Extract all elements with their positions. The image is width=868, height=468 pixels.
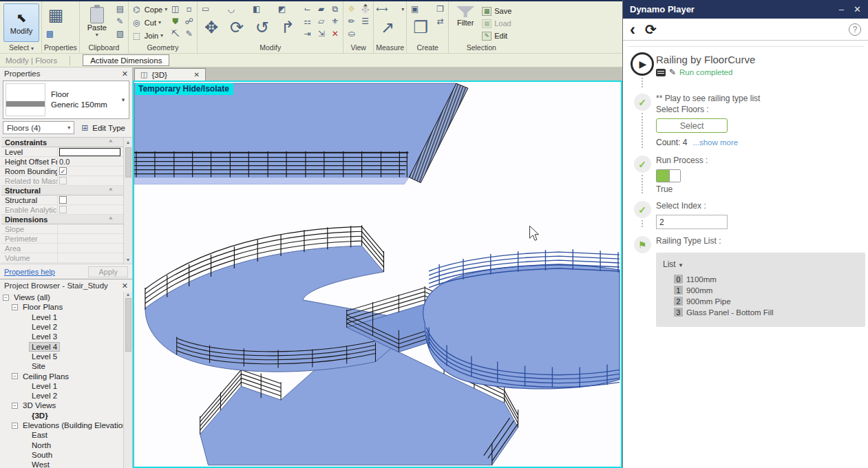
select-index-input[interactable]: 2 bbox=[656, 215, 728, 229]
link-icon[interactable]: ☍ bbox=[183, 16, 195, 27]
select-floors-button[interactable]: Select bbox=[656, 118, 728, 133]
select-dropdown[interactable]: Select ▾ bbox=[3, 43, 39, 53]
selection-load-button[interactable]: ▦Load bbox=[482, 18, 511, 29]
drawing-area[interactable]: Temporary Hide/Isolate bbox=[133, 81, 622, 468]
paste-button[interactable]: Paste ▾ bbox=[82, 3, 112, 41]
tree-expander[interactable] bbox=[21, 383, 27, 389]
scale-icon[interactable]: ⇲ bbox=[315, 28, 327, 39]
rotate-icon[interactable]: ↺ bbox=[251, 16, 274, 39]
close-icon[interactable]: ✕ bbox=[194, 71, 200, 78]
pin-icon[interactable]: ▰ bbox=[315, 3, 327, 14]
mirror-icon[interactable]: ◧ bbox=[251, 3, 262, 14]
play-button[interactable]: ▶ bbox=[631, 52, 654, 76]
profile-icon[interactable]: ✎ bbox=[183, 28, 195, 39]
property-value[interactable] bbox=[58, 177, 123, 184]
close-icon[interactable]: ✕ bbox=[122, 281, 128, 290]
browser-scrollbar[interactable]: ▲ bbox=[123, 292, 132, 468]
selection-edit-button[interactable]: ✎Edit bbox=[482, 30, 511, 41]
tree-expander[interactable] bbox=[21, 412, 27, 418]
property-row[interactable]: Elevation at Top bbox=[1, 263, 123, 264]
wall-icon[interactable]: ⛊ bbox=[169, 16, 181, 27]
properties-palette-icon[interactable]: ▩ bbox=[44, 28, 56, 39]
property-row[interactable]: Enable Analytic... bbox=[1, 205, 123, 215]
tree-item[interactable]: South bbox=[0, 450, 123, 460]
scroll-down-icon[interactable]: ▼ bbox=[126, 255, 131, 264]
properties-scrollbar[interactable]: ▲ ▼ bbox=[123, 138, 132, 264]
close-icon[interactable]: ✕ bbox=[122, 70, 128, 78]
minimize-icon[interactable]: – bbox=[839, 4, 844, 14]
scrollbar-thumb[interactable] bbox=[125, 298, 131, 352]
tree-expander[interactable]: − bbox=[12, 304, 18, 310]
tree-expander[interactable] bbox=[21, 462, 27, 468]
property-value[interactable] bbox=[58, 167, 123, 175]
selection-save-button[interactable]: ▦Save bbox=[482, 6, 511, 17]
property-row[interactable]: Related to Mass bbox=[1, 176, 123, 186]
demolish-icon[interactable]: ⛏ bbox=[169, 28, 181, 39]
tree-expander[interactable] bbox=[21, 314, 27, 320]
move-icon[interactable]: ✥ bbox=[200, 16, 223, 39]
parts-icon[interactable]: ⇄ bbox=[434, 16, 446, 27]
type-selector[interactable]: Floor Generic 150mm ▾ bbox=[3, 81, 129, 119]
filter-button[interactable]: Filter bbox=[451, 3, 480, 27]
tree-item[interactable]: North bbox=[0, 440, 123, 449]
back-icon[interactable]: ‹ bbox=[630, 23, 635, 36]
property-row[interactable]: Area bbox=[1, 244, 123, 253]
tree-item[interactable]: Level 5 bbox=[0, 352, 123, 361]
property-row[interactable]: Level bbox=[1, 147, 123, 157]
tree-expander[interactable] bbox=[21, 363, 27, 370]
tree-expander[interactable] bbox=[21, 432, 27, 438]
group-icon[interactable]: ⧉ bbox=[329, 3, 341, 14]
align-icon[interactable]: ▭ bbox=[200, 3, 211, 14]
property-value[interactable] bbox=[58, 148, 123, 156]
activate-dimensions-button[interactable]: Activate Dimensions bbox=[83, 54, 169, 66]
cope-button[interactable]: ⌬Cope▾ bbox=[131, 3, 167, 15]
chevron-down-icon[interactable]: ▾ bbox=[401, 3, 404, 12]
element-filter-dropdown[interactable]: Floors (4) ▾ bbox=[3, 121, 74, 134]
match-type-icon[interactable]: ✎ bbox=[114, 16, 126, 27]
tree-item[interactable]: − Ceiling Plans bbox=[0, 371, 123, 381]
tree-expander[interactable] bbox=[21, 442, 27, 448]
tree-item[interactable]: − Views (all) bbox=[0, 292, 123, 302]
offset-icon[interactable]: ◡ bbox=[225, 3, 237, 14]
close-icon[interactable]: ✕ bbox=[854, 4, 861, 14]
refresh-icon[interactable]: ⟳ bbox=[645, 21, 657, 38]
section-icon[interactable]: ☰ bbox=[359, 16, 371, 27]
trim-icon[interactable]: ↱ bbox=[276, 16, 299, 39]
assembly-icon[interactable]: ❐ bbox=[409, 16, 432, 39]
property-row[interactable]: Structural bbox=[1, 186, 123, 195]
edit-type-button[interactable]: ⊞ Edit Type bbox=[76, 121, 129, 134]
show-more-link[interactable]: ...show more bbox=[692, 138, 738, 147]
property-value[interactable] bbox=[58, 196, 123, 204]
measure-icon[interactable]: ↗ bbox=[376, 16, 399, 39]
modify-button[interactable]: ⬉ Modify bbox=[3, 3, 39, 42]
property-row[interactable]: Dimensions bbox=[1, 215, 123, 224]
pin2-icon[interactable]: ⚜ bbox=[329, 16, 341, 27]
scroll-up-icon[interactable]: ▲ bbox=[126, 138, 131, 146]
scrollbar-thumb[interactable] bbox=[125, 147, 131, 178]
scroll-up-icon[interactable]: ▲ bbox=[126, 292, 131, 297]
tree-expander[interactable]: − bbox=[12, 423, 18, 429]
properties-help-link[interactable]: Properties help bbox=[4, 268, 55, 276]
tree-expander[interactable] bbox=[21, 451, 27, 458]
list-header[interactable]: List ▼ bbox=[663, 259, 860, 269]
cut-button[interactable]: ◎Cut▾ bbox=[131, 17, 167, 28]
property-row[interactable]: Height Offset Fr... 0.0 bbox=[1, 157, 123, 167]
tree-item[interactable]: − 3D Views bbox=[0, 401, 123, 410]
tree-item[interactable]: Level 1 bbox=[0, 381, 123, 391]
tree-item[interactable]: Site bbox=[0, 361, 123, 371]
tree-expander[interactable] bbox=[21, 334, 27, 340]
tree-item[interactable]: Level 2 bbox=[0, 322, 123, 332]
delete-icon[interactable]: ✕ bbox=[329, 28, 341, 39]
tree-item[interactable]: Level 3 bbox=[0, 332, 123, 341]
property-value[interactable]: 0.0 bbox=[58, 158, 123, 166]
tree-expander[interactable]: − bbox=[12, 373, 18, 379]
run-process-toggle[interactable] bbox=[656, 169, 681, 182]
tree-expander[interactable] bbox=[21, 343, 27, 350]
tree-item[interactable]: Level 2 bbox=[0, 391, 123, 401]
tree-item[interactable]: Level 4 bbox=[0, 341, 123, 351]
tree-item[interactable]: {3D} bbox=[0, 411, 123, 421]
tree-expander[interactable] bbox=[21, 353, 27, 359]
tree-item[interactable]: West bbox=[0, 460, 123, 468]
split-icon[interactable]: ⌙ bbox=[301, 3, 313, 14]
unpin-icon[interactable]: ▱ bbox=[315, 16, 327, 27]
